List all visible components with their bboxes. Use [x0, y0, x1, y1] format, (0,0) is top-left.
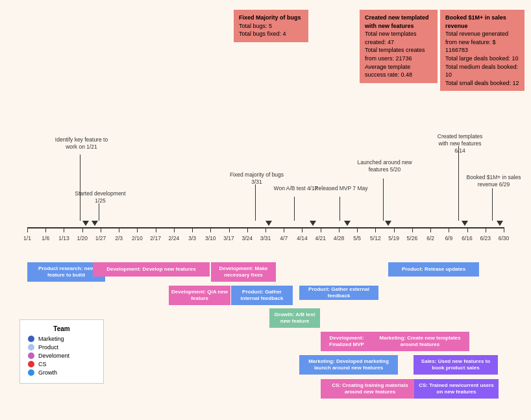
timeline-arrow-5: [385, 221, 391, 226]
timeline-tick: [119, 227, 119, 232]
legend-dot: [28, 361, 34, 367]
event-line-3: [294, 197, 295, 221]
event-label-ev5: Released MVP 7 May: [314, 185, 369, 192]
task-bar-t2: Development: Develop new features: [93, 262, 210, 277]
timeline-date-label: 5/5: [353, 235, 361, 241]
card-line: Average template success rate: 0.48: [365, 64, 412, 79]
timeline-tick: [210, 227, 211, 232]
timeline-tick: [449, 227, 449, 232]
timeline-date-label: 6/9: [445, 235, 452, 241]
event-line-4: [340, 197, 340, 221]
timeline-tick: [247, 227, 248, 232]
timeline-tick: [27, 227, 28, 232]
event-line-5: [383, 179, 384, 221]
task-bar-t12: Sales: Used new features to book product…: [414, 355, 498, 375]
legend-label: CS: [38, 361, 47, 367]
timeline-arrow-4: [344, 221, 351, 226]
task-bar-t9: Development: Finalized MVP: [321, 332, 373, 351]
timeline-date-label: 4/14: [297, 235, 308, 241]
card-line: Total bugs fixed: 4: [239, 31, 286, 37]
event-line-0: [80, 154, 80, 221]
timeline-date-label: 3/31: [260, 235, 271, 241]
legend-label: Marketing: [38, 336, 64, 342]
timeline-date-label: 6/2: [426, 235, 434, 241]
event-label-ev2: Started development 1/25: [73, 190, 128, 204]
event-label-ev1: Identify key feature to work on 1/21: [54, 136, 109, 151]
timeline-date-label: 6/30: [499, 235, 510, 241]
timeline-arrow-3: [310, 221, 316, 226]
timeline-date-label: 5/26: [407, 235, 418, 241]
timeline-date-label: 6/23: [480, 235, 491, 241]
timeline-tick: [504, 227, 504, 232]
event-label-ev3: Fixed majority of bugs 3/31: [229, 171, 284, 186]
timeline-tick: [137, 227, 138, 232]
task-bar-t5: Development: Q/A new feature: [169, 286, 230, 305]
timeline-date-label: 3/3: [188, 235, 196, 241]
timeline-date-label: 3/10: [205, 235, 216, 241]
event-label-ev8: Booked $1M+ in sales revenue 6/29: [466, 174, 521, 188]
timeline-date-label: 1/1: [23, 235, 31, 241]
task-bar-t4: Product: Release updates: [388, 262, 479, 277]
timeline-date-label: 4/21: [315, 235, 326, 241]
event-line-7: [492, 188, 493, 221]
timeline-tick: [339, 227, 340, 232]
timeline-tick: [486, 227, 486, 232]
timeline-arrow-7: [497, 221, 503, 226]
timeline-tick: [430, 227, 431, 232]
legend-dot: [28, 344, 34, 351]
timeline-date-label: 1/6: [42, 235, 49, 241]
legend-label: Develoment: [38, 352, 69, 359]
event-label-ev7: Created templates with new features 6/14: [432, 133, 488, 154]
card-line: Total bugs: 5: [239, 23, 272, 29]
timeline-date-label: 2/17: [150, 235, 161, 241]
timeline-tick: [266, 227, 266, 232]
timeline-date-label: 4/28: [334, 235, 345, 241]
event-line-6: [458, 146, 459, 221]
timeline-tick: [156, 227, 156, 232]
info-card-card2: Created new templated with new featuresT…: [360, 10, 438, 83]
task-bar-t3: Development: Make necessary fixes: [211, 262, 276, 282]
card-line: Total large deals booked: 10: [445, 55, 519, 62]
timeline-date-label: 5/12: [370, 235, 381, 241]
timeline-tick: [229, 227, 230, 232]
timeline-tick: [302, 227, 303, 232]
timeline-date-label: 5/19: [388, 235, 399, 241]
legend-item-product: Product: [28, 344, 95, 351]
timeline-tick: [45, 227, 46, 232]
timeline-arrow-1: [92, 221, 98, 226]
timeline-arrow-2: [266, 221, 272, 226]
timeline-tick: [64, 227, 64, 232]
card-title: Booked $1M+ in sales revenue: [445, 14, 506, 29]
legend-label: Growth: [38, 369, 57, 376]
legend-title: Team: [28, 325, 95, 332]
card-line: Total small deals booked: 12: [445, 80, 519, 86]
timeline-tick: [375, 227, 376, 232]
event-line-2: [255, 184, 256, 221]
timeline-tick: [321, 227, 321, 232]
card-line: Total medium deals booked: 10: [445, 64, 518, 79]
timeline-tick: [82, 227, 83, 232]
legend-item-develoment: Develoment: [28, 352, 95, 359]
timeline-date-label: 2/24: [169, 235, 180, 241]
timeline-date-label: 4/7: [280, 235, 288, 241]
timeline-arrow-0: [82, 221, 89, 226]
timeline-date-label: 6/16: [462, 235, 473, 241]
timeline-tick: [394, 227, 395, 232]
card-line: Total templates creates from users: 2173…: [365, 47, 425, 62]
task-bar-t11: Marketing: Developed marketing launch ar…: [299, 355, 398, 375]
task-bar-t14: CS: Trained new/current users on new fea…: [414, 379, 499, 399]
legend-item-cs: CS: [28, 361, 95, 367]
card-line: Total revenue generated from new feature…: [445, 31, 508, 53]
card-line: Total new templates created: 47: [365, 31, 417, 45]
timeline-date-label: 1/13: [58, 235, 69, 241]
event-line-1: [99, 203, 99, 221]
event-label-ev6: Launched around new features 5/20: [357, 159, 412, 173]
timeline-date-label: 2/10: [132, 235, 143, 241]
card-title: Fixed Majority of bugs: [239, 14, 301, 21]
legend-dot: [28, 369, 34, 376]
timeline-tick: [192, 227, 193, 232]
info-card-card3: Booked $1M+ in sales revenueTotal revenu…: [440, 10, 525, 91]
task-bar-t8: Growth: A/B test new feature: [269, 308, 320, 328]
timeline-date-label: 1/27: [95, 235, 106, 241]
legend-item-growth: Growth: [28, 369, 95, 376]
